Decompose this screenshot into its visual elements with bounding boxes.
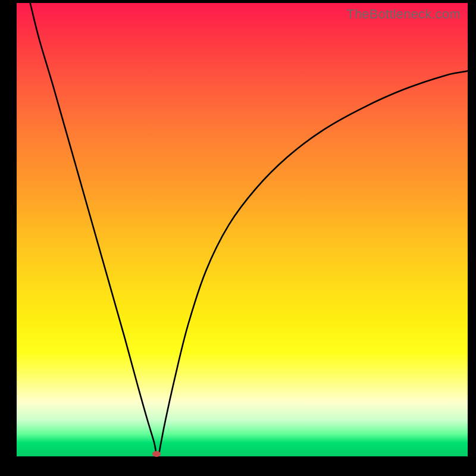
plot-area: TheBottleneck.com — [17, 3, 468, 456]
bottleneck-curve — [30, 3, 468, 456]
watermark-text: TheBottleneck.com — [346, 7, 461, 22]
minimum-marker — [152, 451, 161, 457]
chart-container: TheBottleneck.com — [0, 0, 476, 476]
curve-svg — [17, 3, 468, 456]
